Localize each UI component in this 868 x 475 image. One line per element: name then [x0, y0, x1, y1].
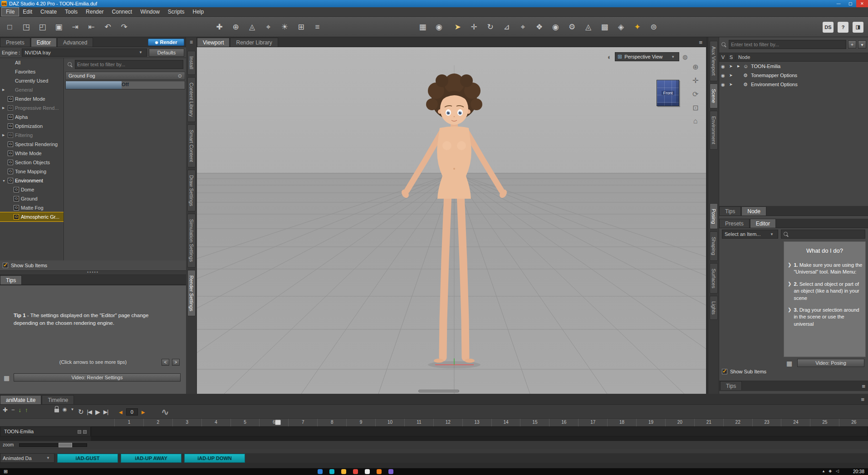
add-key-icon[interactable]: ✚ — [3, 406, 8, 413]
taskbar-app-icon[interactable] — [388, 469, 393, 474]
eye-icon[interactable]: ◉ — [63, 406, 67, 412]
viewport-3d-canvas[interactable]: ◐ ⊞ Perspective View ▼ ◍ Front ⊕ ✛ ⟳ ⊡ ⌂ — [197, 47, 706, 394]
tab-draw-settings[interactable]: Draw Settings — [187, 170, 196, 211]
key-down-icon[interactable]: ↓ — [19, 406, 22, 413]
tab-render-settings[interactable]: Render Settings — [187, 270, 196, 317]
tab-simulation-settings[interactable]: Simulation Settings — [187, 214, 196, 267]
lock-icon[interactable] — [54, 409, 59, 412]
view-cube-control[interactable]: Front — [657, 80, 679, 106]
help-icon[interactable]: ? — [838, 22, 848, 33]
aniblock-iad-up-down[interactable]: iAD-UP DOWN — [184, 454, 245, 463]
tab-aux-viewport[interactable]: Aux Viewport — [710, 41, 718, 81]
ground-fog-header[interactable]: Ground Fog ⊙ — [65, 72, 185, 80]
expand-arrow-icon[interactable]: ▼ — [2, 179, 6, 182]
selectable-cursor-icon[interactable]: ➤ — [729, 64, 736, 69]
tab-timeline[interactable]: Timeline — [42, 395, 74, 404]
dform-tool-icon[interactable]: ◉ — [549, 21, 562, 33]
joint-editor-icon[interactable]: ⚙ — [566, 21, 578, 33]
view-selector-dropdown[interactable]: ⊞ Perspective View ▼ — [615, 52, 679, 61]
export-icon[interactable]: ⇤ — [85, 21, 98, 33]
tab-tips[interactable]: Tips — [720, 381, 742, 390]
surface-selection-icon[interactable]: ◈ — [615, 21, 627, 33]
menu-window[interactable]: Window — [136, 8, 164, 16]
chevron-down-icon[interactable]: ▼ — [71, 407, 74, 411]
create-node-icon[interactable]: ⊕ — [230, 21, 242, 33]
category-item[interactable]: G Spectral Rendering — [0, 140, 64, 149]
tab-animate-lite[interactable]: aniMate Lite — [0, 395, 41, 404]
scene-node-environment-options[interactable]: ◉ ➤ ⚙ Environment Options — [719, 80, 868, 89]
video-render-settings-button[interactable]: Video: Render Settings — [14, 373, 181, 382]
menu-render[interactable]: Render — [82, 8, 108, 16]
visibility-eye-icon[interactable]: ◉ — [721, 64, 727, 69]
tab-scene[interactable]: Scene — [710, 83, 718, 108]
scripts-menu-icon[interactable]: ≡ — [311, 21, 324, 33]
track-label[interactable]: TOON-Emilia — [0, 426, 91, 436]
posing-search-box[interactable] — [781, 230, 865, 239]
create-figure-icon[interactable]: ✚ — [213, 21, 226, 33]
volume-icon[interactable]: ◁ — [836, 469, 839, 473]
expand-arrow-icon[interactable]: ▶ — [2, 88, 6, 92]
selectable-cursor-icon[interactable]: ➤ — [729, 73, 736, 78]
category-item[interactable]: G Optimization — [0, 122, 64, 131]
tab-tips[interactable]: Tips — [0, 275, 22, 284]
taskbar-app-icon[interactable] — [377, 469, 382, 474]
defaults-button[interactable]: Defaults — [149, 49, 184, 57]
menu-create[interactable]: Create — [36, 8, 61, 16]
expand-arrow-icon[interactable]: ▶ — [2, 106, 6, 110]
daz-central-badge[interactable]: DS — [823, 22, 834, 33]
minimize-button[interactable]: — — [833, 0, 844, 7]
category-atmospheric-ground[interactable]: G Atmospheric Gr... — [0, 212, 64, 221]
create-camera-icon[interactable]: ⌖ — [262, 21, 275, 33]
frame-back-icon[interactable]: ◀ — [119, 410, 123, 415]
category-item[interactable]: G Matte Fog — [0, 203, 64, 212]
zoom-tool-icon[interactable]: ⊕ — [692, 63, 698, 71]
rotate-tool-icon[interactable]: ↻ — [484, 21, 496, 33]
category-item[interactable]: G White Mode — [0, 149, 64, 158]
tab-advanced[interactable]: Advanced — [57, 38, 93, 47]
create-light-icon[interactable]: ☀ — [279, 21, 291, 33]
active-pose-tool-icon[interactable]: ❖ — [533, 21, 545, 33]
start-button[interactable]: ⊞ — [4, 469, 8, 475]
category-item[interactable]: ▶ G Progressive Rend... — [0, 103, 64, 113]
zoom-slider[interactable] — [19, 443, 87, 447]
redo-icon[interactable]: ↷ — [118, 21, 130, 33]
create-group-icon[interactable]: ⊞ — [295, 21, 307, 33]
ground-fog-toggle[interactable]: Off — [65, 81, 185, 89]
remove-key-icon[interactable]: − — [11, 406, 15, 413]
panel-menu-icon[interactable]: ≡ — [862, 383, 865, 390]
aniblock-iad-up-away[interactable]: iAD-UP AWAY — [121, 454, 181, 463]
close-button[interactable]: ✕ — [856, 0, 868, 7]
show-sub-items-checkbox[interactable] — [722, 369, 727, 374]
go-to-end-icon[interactable]: ▶| — [103, 409, 108, 415]
category-item[interactable]: G Ground — [0, 194, 64, 203]
engine-dropdown[interactable]: NVIDIA Iray ▼ — [22, 49, 147, 57]
panel-menu-icon[interactable]: ≡ — [190, 39, 193, 47]
network-icon[interactable]: ◈ — [829, 469, 832, 473]
node-selection-tool-icon[interactable]: ⌖ — [517, 21, 529, 33]
visibility-eye-icon[interactable]: ◉ — [721, 82, 727, 87]
create-null-icon[interactable]: ◬ — [246, 21, 258, 33]
pan-tool-icon[interactable]: ✛ — [692, 76, 698, 85]
expand-arrow-icon[interactable]: ▶ — [2, 133, 6, 137]
tab-lights[interactable]: Lights — [710, 296, 718, 320]
interactive-lessons-icon[interactable]: ◨ — [853, 22, 863, 33]
play-icon[interactable]: ▶ — [95, 408, 100, 416]
save-icon[interactable]: ▣ — [53, 21, 65, 33]
zoom-slider-handle[interactable] — [59, 443, 72, 447]
universal-tool-icon[interactable]: ➤ — [451, 21, 464, 33]
visibility-eye-icon[interactable]: ◉ — [721, 73, 727, 78]
tab-environment[interactable]: Environment — [710, 111, 718, 150]
viewport-scroll-handle[interactable] — [418, 390, 459, 392]
go-to-start-icon[interactable]: |◀ — [87, 409, 92, 415]
selectable-cursor-icon[interactable]: ➤ — [729, 82, 736, 87]
menu-connect[interactable]: Connect — [108, 8, 136, 16]
menu-file[interactable]: File — [2, 8, 19, 16]
tab-install[interactable]: Install — [187, 51, 196, 75]
sphere-view-icon[interactable]: ◉ — [433, 21, 445, 33]
tab-editor[interactable]: Editor — [750, 219, 776, 228]
tray-expand-icon[interactable]: ▴ — [823, 469, 825, 473]
tab-viewport[interactable]: Viewport — [197, 38, 230, 47]
category-item[interactable]: G Section Objects — [0, 158, 64, 167]
frame-tool-icon[interactable]: ⊡ — [692, 103, 698, 112]
category-item[interactable]: G Alpha — [0, 113, 64, 122]
